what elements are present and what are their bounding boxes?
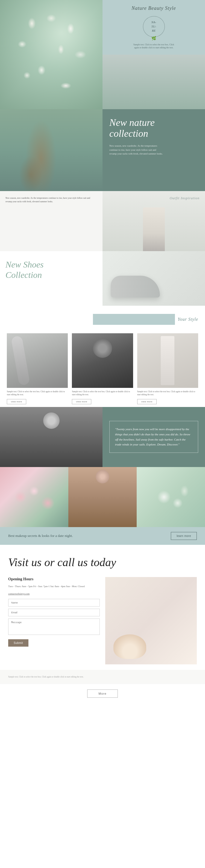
more-button[interactable]: More (87, 689, 118, 698)
footer-note-text: Sample text. Click to select the text bo… (8, 675, 197, 679)
opening-hours-text: Tues - Thurs: 8am - 5pm Fri - Sun: 7pm-1… (8, 584, 100, 588)
visit-section: Visit us or call us today Opening Hours … (0, 545, 205, 670)
footer-section: Sample text. Click to select the text bo… (0, 670, 205, 684)
collection-desc: New season, new wardrobe. As the tempera… (109, 144, 164, 156)
opening-hours-title: Opening Hours (8, 577, 100, 581)
name-field[interactable] (8, 599, 100, 607)
collage-section (0, 467, 205, 527)
gallery-image-1 (7, 333, 68, 388)
gallery-item-3: Sample text. Click to select the text bo… (137, 333, 198, 404)
makeup-cta-text: Best makeup secrets & looks for a date n… (8, 533, 73, 538)
hero-right-top-panel: Nature Beauty Style NA-TU-RE Sample text… (102, 0, 205, 55)
your-style-bar (93, 314, 175, 325)
emblem-text: NA-TU-RE (151, 20, 156, 33)
contact-right (105, 577, 197, 664)
contact-image (105, 577, 197, 664)
shoes-right-panel (102, 251, 205, 306)
your-style-label: Your Style (178, 317, 198, 322)
contact-left: Opening Hours Tues - Thurs: 8am - 5pm Fr… (8, 577, 100, 664)
quote-box: "Twenty years from now you will be more … (109, 421, 198, 453)
more-section: More (0, 684, 205, 703)
your-style-header: Your Style (7, 314, 198, 325)
quote-left-image (0, 407, 102, 467)
hero-subtitle: Sample text. Click to select the text bo… (134, 43, 174, 49)
collage-image-1 (0, 467, 68, 527)
your-style-section: Your Style (0, 306, 205, 329)
collage-image-2 (68, 467, 137, 527)
gallery-image-2 (72, 333, 133, 388)
outfit-left-text: New season, new wardrobe. As the tempera… (5, 196, 97, 204)
shoes-section: New ShoesCollection (0, 251, 205, 306)
outfit-label: Outfit Inspiration (170, 196, 200, 200)
makeup-cta-section: Best makeup secrets & looks for a date n… (0, 527, 205, 545)
message-field[interactable] (8, 619, 100, 635)
collection-left (0, 109, 102, 191)
learn-more-button[interactable]: learn more (171, 532, 197, 540)
gallery-text-3: Sample text. Click to select the text bo… (137, 390, 198, 396)
gallery-item-1: Sample text. Click to select the text bo… (7, 333, 68, 404)
nature-emblem: NA-TU-RE (143, 16, 165, 37)
contact-grid: Opening Hours Tues - Thurs: 8am - 5pm Fr… (8, 577, 197, 664)
collection-right: New naturecollection New season, new war… (102, 109, 205, 191)
quote-right-panel: "Twenty years from now you will be more … (102, 407, 205, 467)
gallery-item-2: Sample text. Click to select the text bo… (72, 333, 133, 404)
gallery-section: Sample text. Click to select the text bo… (0, 329, 205, 407)
view-more-button-1[interactable]: view more (7, 399, 26, 404)
hero-title: Nature Beauty Style (131, 5, 176, 11)
hero-left-panel (0, 0, 102, 109)
email-field[interactable] (8, 609, 100, 616)
quote-section: "Twenty years from now you will be more … (0, 407, 205, 467)
contact-email: contactwebsiteyr.com (8, 592, 100, 595)
visit-heading: Visit us or call us today (8, 556, 197, 569)
collection-section: New naturecollection New season, new war… (0, 109, 205, 191)
gallery-image-3 (137, 333, 198, 388)
hero-right-bottom-panel (102, 55, 205, 109)
quote-text: "Twenty years from now you will be more … (115, 427, 193, 447)
gallery-text-1: Sample text. Click to select the text bo… (7, 390, 68, 396)
shoes-left-panel: New ShoesCollection (0, 251, 102, 306)
view-more-button-3[interactable]: view more (137, 399, 157, 404)
collection-heading: New naturecollection (109, 117, 198, 139)
collage-image-3 (137, 467, 205, 527)
shoes-heading: New ShoesCollection (5, 259, 97, 280)
outfit-right-panel: Outfit Inspiration (102, 191, 205, 251)
hero-section: Nature Beauty Style NA-TU-RE Sample text… (0, 0, 205, 109)
outfit-left-panel: New season, new wardrobe. As the tempera… (0, 191, 102, 251)
gallery-text-2: Sample text. Click to select the text bo… (72, 390, 133, 396)
outfit-section: New season, new wardrobe. As the tempera… (0, 191, 205, 251)
submit-button[interactable]: Submit (8, 639, 28, 647)
view-more-button-2[interactable]: view more (72, 399, 91, 404)
